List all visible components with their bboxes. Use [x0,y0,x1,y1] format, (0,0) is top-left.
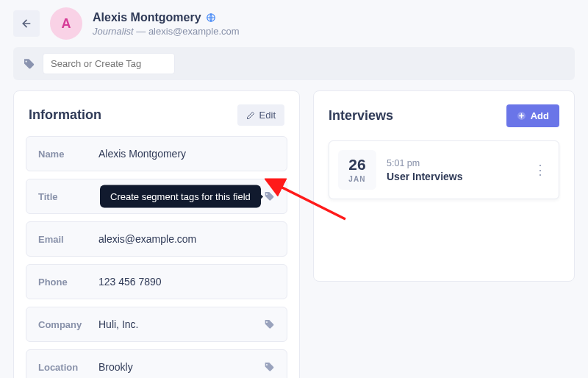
field-value: alexis@example.com [93,233,287,245]
add-label: Add [531,110,549,121]
avatar: A [50,7,82,40]
page-header: A Alexis Montgomery Journalist — alexis@… [0,0,588,47]
field-label: Name [26,149,93,160]
field-label: Phone [26,277,93,288]
information-title: Information [29,107,101,123]
plus-circle-icon [517,111,526,121]
field-label: Email [26,234,93,245]
person-role: Journalist [93,26,134,37]
interview-more-button[interactable]: ⋮ [531,160,550,179]
pencil-icon [246,111,255,120]
date-day: 26 [348,157,365,173]
info-row-name: NameAlexis Montgomery [26,136,287,171]
date-month: JAN [348,175,366,183]
person-block: Alexis Montgomery Journalist — alexis@ex… [93,11,240,37]
edit-label: Edit [259,110,276,121]
field-value: 123 456 7890 [93,276,287,288]
tag-icon [22,57,35,71]
person-name-text: Alexis Montgomery [93,11,201,24]
info-row-location: LocationBrookly [26,349,287,378]
person-subtitle: Journalist — alexis@example.com [93,26,240,37]
create-tag-button[interactable] [257,313,281,336]
field-value: Huli, Inc. [93,318,257,330]
info-row-phone: Phone123 456 7890 [26,264,287,299]
info-row-email: Emailalexis@example.com [26,221,287,257]
tag-search-input[interactable] [43,53,175,74]
sep: — [136,26,148,37]
tag-search-bar [13,47,575,80]
field-label: Company [26,319,93,330]
interview-title: User Interviews [387,171,463,182]
tag-icon [263,318,275,330]
edit-button[interactable]: Edit [237,104,284,126]
date-chip: 26JAN [338,150,376,190]
globe-icon [206,13,216,23]
person-name: Alexis Montgomery [93,11,240,24]
interview-body: 5:01 pmUser Interviews [387,158,463,182]
info-row-company: CompanyHuli, Inc. [26,307,287,342]
avatar-initial: A [62,16,71,32]
interview-time: 5:01 pm [387,158,463,168]
field-label: Title [26,191,93,202]
add-interview-button[interactable]: Add [506,104,559,127]
field-tag-tooltip: Create segment tags for this field [100,185,261,208]
arrow-left-icon [21,18,32,29]
interviews-title: Interviews [329,108,393,124]
dots-vertical-icon: ⋮ [534,163,547,177]
info-row-title: TitleCreate segment tags for this field [26,179,287,214]
field-value: Alexis Montgomery [93,148,287,160]
information-card: Information Edit NameAlexis MontgomeryTi… [13,90,300,378]
field-label: Location [26,362,93,373]
back-button[interactable] [13,10,40,37]
create-tag-button[interactable] [257,355,281,378]
interview-item[interactable]: 26JAN5:01 pmUser Interviews⋮ [329,140,559,199]
interviews-card: Interviews Add 26JAN5:01 pmUser Intervie… [313,90,575,282]
field-value: Brookly [93,361,257,373]
tag-icon [263,361,275,373]
person-email: alexis@example.com [148,26,240,37]
